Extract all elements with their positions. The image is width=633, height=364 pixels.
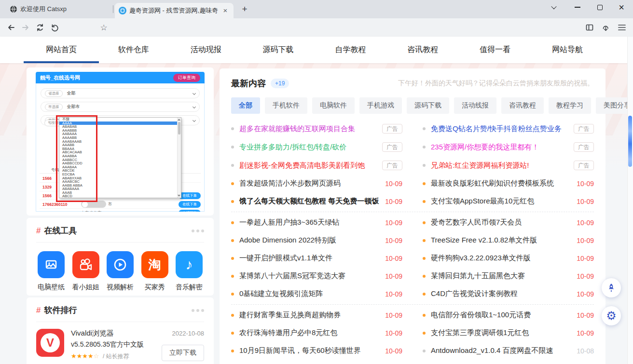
list-item[interactable]: 兄弟站:红尘资源网福利资源站!广告 <box>423 156 594 175</box>
list-item[interactable]: 超多在家就能赚钱的互联网项目合集广告 <box>231 120 402 138</box>
list-item-title[interactable]: 硬件狗狗v3.2.22.0923单文件版 <box>431 254 572 263</box>
list-item-title[interactable]: 免费送Q钻名片赞/快手抖音粉丝点赞业务 <box>431 124 569 134</box>
back-to-top-button[interactable] <box>602 278 621 297</box>
download-now-button[interactable]: 立即下载 <box>162 345 204 361</box>
filter-tab[interactable]: 手机游戏 <box>359 97 402 114</box>
list-item-title[interactable]: 某博回归第九十五届黑色大赛 <box>431 271 572 281</box>
list-item[interactable]: 某博回归第九十五届黑色大赛10-09 <box>423 267 594 285</box>
list-item-title[interactable]: 235资源网/你想要的我这里都有！ <box>431 143 569 152</box>
list-item[interactable]: 235资源网/你想要的我这里都有！广告 <box>423 138 594 156</box>
nav-item[interactable]: 活动现报 <box>191 37 221 63</box>
list-item[interactable]: 一拳超人新用户抽3~365天绿钻10-09 <box>231 214 402 231</box>
list-item[interactable]: TreeSize Free v2.1.0.82单文件版10-09 <box>423 231 594 249</box>
promo-image-card[interactable]: 靓号_在线选号网 订单查询 省选择全部 市选择全部市 类型选择不限 号段筛选 号… <box>27 67 214 216</box>
app-list-item[interactable]: V Vivaldi浏览器 v5.5.2805.35官方中文版 ★★★★☆ / 站… <box>36 329 204 361</box>
settings-button[interactable]: ⚙ <box>602 306 621 325</box>
list-item[interactable]: 剧迷影视-全网免费高清电影美剧看到饱广告 <box>231 156 402 175</box>
filter-tab[interactable]: 全部 <box>231 97 260 114</box>
list-item-title[interactable]: Adobe Dimension 2022特别版 <box>239 236 380 245</box>
bullet-dot <box>231 314 234 317</box>
filter-tab[interactable]: 手机软件 <box>265 97 307 114</box>
app-name[interactable]: Vivaldi浏览器 <box>71 329 162 338</box>
list-item[interactable]: 免费送Q钻名片赞/快手抖音粉丝点赞业务广告 <box>423 120 594 138</box>
nav-item[interactable]: 自学教程 <box>335 37 366 63</box>
tab-welcome[interactable]: 欢迎使用 Catsxp <box>5 2 112 16</box>
new-tab-button[interactable]: + <box>238 3 251 16</box>
list-item-title[interactable]: 电信部分省份领取1~100元话费 <box>431 310 572 320</box>
list-item[interactable]: 爱奇艺数字人民币领7天会员10-09 <box>423 214 594 231</box>
tool-music-decrypt[interactable]: ♪ 音乐解密 <box>174 251 204 292</box>
back-button[interactable] <box>4 20 18 35</box>
list-item[interactable]: 硬件狗狗v3.2.22.0923单文件版10-09 <box>423 249 594 267</box>
nav-item[interactable]: 软件仓库 <box>118 37 149 63</box>
tab-site[interactable]: 趣奇资源网 - 残雪资源网,趣味奇妙 × <box>115 3 234 18</box>
list-item-title[interactable]: 最新改良版彩虹代刷知识付费模板系统 <box>431 179 572 188</box>
tool-girls[interactable]: 看小姐姐 <box>71 251 101 292</box>
list-item-title[interactable]: 一拳超人新用户抽3~365天绿钻 <box>239 218 380 227</box>
list-item-title[interactable]: 超多在家就能赚钱的互联网项目合集 <box>239 124 377 134</box>
forward-button[interactable] <box>18 20 33 35</box>
window-maximize-button[interactable] <box>590 0 609 14</box>
nav-item[interactable]: 值得一看 <box>480 37 510 63</box>
list-item[interactable]: 某博第八十六届黑S冠军竞选大赛10-09 <box>231 267 402 285</box>
card-menu-icon[interactable] <box>192 309 204 312</box>
scrollbar-track[interactable] <box>627 37 633 364</box>
list-item[interactable]: 支付宝领AppStore最高10元红包10-09 <box>423 192 594 210</box>
nav-item[interactable]: 网站导航 <box>552 37 583 63</box>
window-close-button[interactable]: × <box>612 0 631 14</box>
list-item[interactable]: 电信部分省份领取1~100元话费10-09 <box>423 306 594 324</box>
tool-video-parse[interactable]: 视频解析 <box>105 251 135 292</box>
scrollbar-thumb[interactable] <box>628 116 632 167</box>
list-item-title[interactable]: 支付宝第三季度调研领1元红包 <box>431 328 572 337</box>
list-item-title[interactable]: 专业拼多多助力/拆红包/转盘/砍价 <box>239 143 377 152</box>
card-menu-icon[interactable] <box>192 229 204 232</box>
list-item-title[interactable]: TreeSize Free v2.1.0.82单文件版 <box>431 236 572 245</box>
undo-icon[interactable] <box>47 20 62 35</box>
list-item-title[interactable]: 农行珠海特邀用户必中8元红包 <box>239 328 380 337</box>
window-minimize-button[interactable] <box>568 0 587 14</box>
list-item[interactable]: 支付宝第三季度调研领1元红包10-09 <box>423 324 594 342</box>
list-item-title[interactable]: C4D广告视觉设计案例教程 <box>431 289 572 298</box>
tool-taobao-show[interactable]: 淘 买家秀 <box>140 251 170 292</box>
list-item[interactable]: 10月9日新闻早讯，每天60秒读懂世界10-09 <box>231 342 402 360</box>
list-item[interactable]: 0基础建立短视频引流矩阵10-09 <box>231 285 402 303</box>
tab-close-icon[interactable]: × <box>221 6 230 15</box>
download-icon[interactable] <box>598 20 613 35</box>
filter-tab[interactable]: 活动线报 <box>454 97 496 114</box>
list-item-title[interactable]: 剧迷影视-全网免费高清电影美剧看到饱 <box>239 161 377 170</box>
tool-wallpaper[interactable]: 电脑壁纸 <box>36 251 66 292</box>
list-item-title[interactable]: 首发超级简洁小米步数网页源码 <box>239 179 380 188</box>
list-item-title[interactable]: Antdownload2_v1.0.4 百度网盘不限速 <box>431 346 572 355</box>
list-item[interactable]: 首发超级简洁小米步数网页源码10-09 <box>231 175 402 192</box>
list-item-title[interactable]: 爱奇艺数字人民币领7天会员 <box>431 218 572 227</box>
list-item[interactable]: Adobe Dimension 2022特别版10-09 <box>231 231 402 249</box>
list-item[interactable]: 专业拼多多助力/拆红包/转盘/砍价广告 <box>231 138 402 156</box>
filter-tab[interactable]: 咨讯教程 <box>501 97 544 114</box>
tab-search-chevron-icon[interactable] <box>544 0 564 14</box>
nav-item[interactable]: 网站首页 <box>46 37 77 63</box>
list-item[interactable]: 最新改良版彩虹代刷知识付费模板系统10-09 <box>423 175 594 192</box>
list-item[interactable]: 建行财富季集豆兑换商超购物券10-09 <box>231 306 402 324</box>
list-item-title[interactable]: 饿了么每天领大额红包教程 每天免费一顿饭 <box>239 197 380 206</box>
filter-tab[interactable]: 电脑软件 <box>312 97 355 114</box>
home-star-icon[interactable]: ☆ <box>96 20 111 35</box>
list-item[interactable]: 饿了么每天领大额红包教程 每天免费一顿饭10-09 <box>231 192 402 210</box>
list-item-title[interactable]: 10月9日新闻早讯，每天60秒读懂世界 <box>239 346 380 355</box>
list-item-title[interactable]: 支付宝领AppStore最高10元红包 <box>431 197 572 206</box>
split-view-icon[interactable] <box>582 20 597 35</box>
filter-tab[interactable]: 源码下载 <box>407 97 449 114</box>
list-item-title[interactable]: 一键开启护眼模式v1.1单文件 <box>239 254 380 263</box>
list-item-title[interactable]: 0基础建立短视频引流矩阵 <box>239 289 380 298</box>
refresh-icon[interactable] <box>33 20 47 35</box>
list-item-title[interactable]: 某博第八十六届黑S冠军竞选大赛 <box>239 271 380 281</box>
list-item[interactable]: C4D广告视觉设计案例教程10-09 <box>423 285 594 303</box>
list-item[interactable]: Antdownload2_v1.0.4 百度网盘不限速10-08 <box>423 342 594 360</box>
nav-item[interactable]: 源码下载 <box>263 37 294 63</box>
list-item-title[interactable]: 建行财富季集豆兑换商超购物券 <box>239 310 380 320</box>
list-item-title[interactable]: 兄弟站:红尘资源网福利资源站! <box>431 161 569 170</box>
list-item[interactable]: 一键开启护眼模式v1.1单文件10-09 <box>231 249 402 267</box>
nav-item[interactable]: 咨讯教程 <box>407 37 438 63</box>
menu-hamburger-icon[interactable] <box>615 20 629 35</box>
list-item[interactable]: 农行珠海特邀用户必中8元红包10-09 <box>231 324 402 342</box>
filter-tab[interactable]: 教程学习 <box>549 97 591 114</box>
